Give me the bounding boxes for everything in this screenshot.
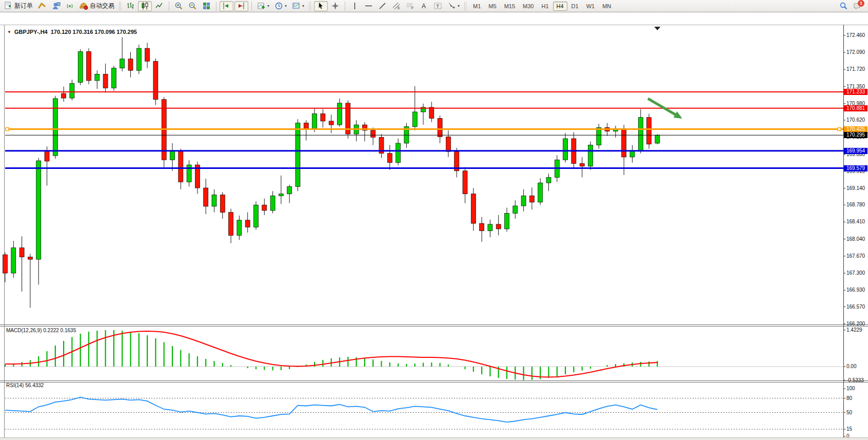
templates-button[interactable]: ▾ (290, 1, 306, 11)
chart-window[interactable]: ▼ GBPJPY-,H4 170.120 170.316 170.096 170… (0, 12, 868, 440)
fibonacci-icon: F (406, 2, 415, 10)
notification-badge: 1 (858, 0, 864, 7)
new-order-button[interactable]: 新订单 (2, 1, 35, 11)
price-axis-tick: 171.720 (846, 66, 865, 72)
chart-shift-button[interactable] (234, 1, 248, 11)
price-axis-tick: 171.350 (846, 84, 865, 89)
price-axis-tick: 169.140 (846, 185, 865, 191)
svg-text:F: F (411, 6, 413, 10)
price-level-badge: 169.954 (844, 148, 867, 154)
vertical-line-icon (350, 2, 359, 10)
tile-windows-button[interactable] (200, 1, 213, 11)
chart-plot[interactable] (0, 25, 868, 440)
price-axis-tick: 167.300 (846, 270, 865, 276)
rsi-axis-tick: 100 (846, 386, 855, 391)
autotrading-icon (80, 2, 88, 10)
crosshair-button[interactable] (329, 1, 342, 11)
autoscroll-icon (222, 2, 231, 10)
rsi-axis-tick: 50 (846, 410, 852, 415)
chart-shift-icon (237, 2, 246, 10)
timeframe-button-h1[interactable]: H1 (538, 2, 552, 11)
fibonacci-button[interactable]: F (404, 1, 417, 11)
zoom-in-icon (174, 2, 183, 10)
chart-ohlc-values: 170.120 170.316 170.096 170.295 (51, 29, 137, 35)
timeframe-button-m5[interactable]: M5 (485, 2, 500, 11)
text-label-button[interactable]: T (431, 1, 444, 11)
bar-chart-button[interactable] (124, 1, 137, 11)
text-label-icon: T (433, 2, 442, 10)
trendline-button[interactable] (376, 1, 389, 11)
timeframe-button-m1[interactable]: M1 (469, 2, 484, 11)
templates-icon (292, 2, 301, 10)
rsi-axis-tick: 15 (846, 426, 852, 432)
periods-clock-icon (274, 2, 283, 10)
mt4-window: 新订单 自动交易 (0, 0, 868, 440)
chart-symbol-period: GBPJPY-,H4 (14, 29, 48, 35)
new-chart-button[interactable] (36, 1, 49, 11)
toolbar-separator (345, 2, 345, 11)
price-axis-tick: 166.200 (846, 321, 865, 327)
community-button[interactable] (50, 1, 63, 11)
timeframe-toolbar: M1M5M15M30H1H4D1W1MN (469, 2, 615, 11)
timeframe-button-m30[interactable]: M30 (519, 2, 537, 11)
tile-windows-icon (202, 2, 211, 10)
line-chart-icon (155, 2, 164, 10)
cursor-button[interactable] (314, 1, 328, 11)
signals-button[interactable] (64, 1, 76, 11)
timeframe-button-h4[interactable]: H4 (553, 2, 567, 11)
zoom-out-button[interactable] (186, 1, 199, 11)
timeframe-button-d1[interactable]: D1 (568, 2, 582, 11)
arrows-dropdown-caret: ▾ (458, 4, 460, 8)
community-icon (52, 2, 61, 10)
search-icon[interactable] (839, 2, 848, 10)
new-order-icon (4, 2, 13, 10)
timeframe-button-mn[interactable]: MN (599, 2, 615, 11)
autoscroll-button[interactable] (220, 1, 233, 11)
price-axis-tick: 170.620 (846, 117, 865, 123)
crosshair-icon (331, 2, 340, 10)
signals-icon (66, 2, 74, 10)
autotrading-label: 自动交易 (90, 2, 114, 10)
price-level-badge: 171.233 (844, 89, 867, 95)
macd-axis-tick: 0.00 (846, 364, 856, 369)
indicators-icon (257, 2, 266, 10)
cursor-icon (317, 2, 325, 10)
svg-text:A: A (422, 3, 426, 10)
toolbar-grip (464, 2, 467, 11)
new-chart-icon (38, 2, 47, 10)
chart-menu-caret-icon[interactable]: ▼ (7, 30, 11, 34)
price-axis-tick: 172.460 (846, 32, 865, 38)
price-level-badge: 170.881 (844, 105, 867, 111)
price-axis-tick: 168.780 (846, 202, 865, 207)
arrows-button[interactable]: ▾ (445, 1, 462, 11)
price-axis-tick: 172.090 (846, 49, 865, 55)
svg-text:E: E (398, 6, 400, 10)
price-level-badge: 170.295 (844, 132, 867, 138)
text-icon: A (420, 2, 428, 10)
timeframe-button-w1[interactable]: W1 (583, 2, 599, 11)
equidistant-channel-button[interactable]: E (390, 1, 403, 11)
text-button[interactable]: A (418, 1, 430, 11)
candlestick-chart-button[interactable] (138, 1, 152, 11)
toolbar-separator (251, 2, 252, 11)
autotrading-button[interactable]: 自动交易 (77, 1, 116, 11)
horizontal-line-button[interactable] (362, 1, 375, 11)
line-chart-button[interactable] (153, 1, 166, 11)
chart-frame (0, 25, 868, 440)
equidistant-channel-icon: E (392, 2, 401, 10)
macd-axis-tick: 1.4229 (846, 327, 862, 333)
indicators-button[interactable]: ▾ (255, 1, 271, 11)
toolbar-grip (119, 2, 122, 11)
notifications-icon[interactable]: 1 (853, 2, 862, 10)
timeframe-button-m15[interactable]: M15 (501, 2, 519, 11)
periods-button[interactable]: ▾ (272, 1, 289, 11)
vertical-line-button[interactable] (348, 1, 361, 11)
price-axis-tick: 166.570 (846, 304, 865, 310)
new-order-label: 新订单 (14, 2, 33, 10)
svg-text:T: T (437, 4, 440, 9)
zoom-in-button[interactable] (172, 1, 185, 11)
macd-label: MACD(12,26,9) 0.2222 0.1635 (6, 328, 76, 333)
bar-chart-icon (126, 2, 135, 10)
trendline-icon (378, 2, 387, 10)
candlestick-chart-icon (141, 2, 149, 10)
